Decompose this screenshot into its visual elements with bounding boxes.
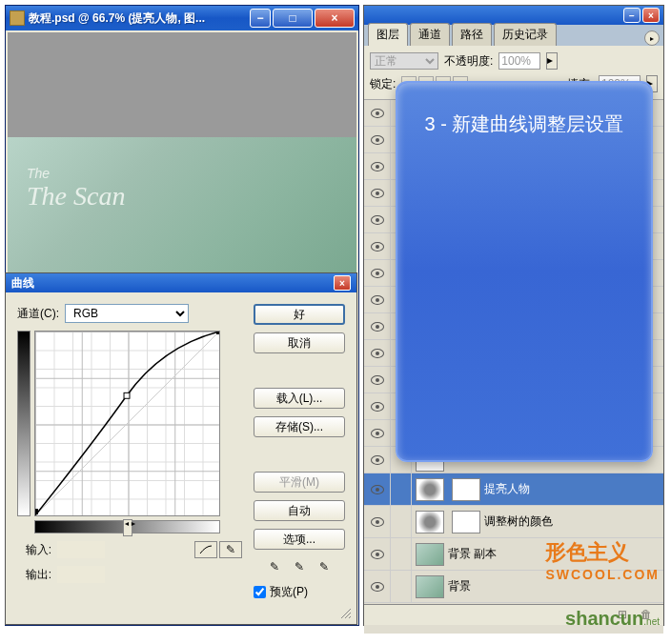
curves-titlebar[interactable]: 曲线 × [6,273,356,292]
annotation-overlay: 3 - 新建曲线调整层设置 [396,81,653,462]
input-gradient: ◄► [34,520,220,533]
eye-icon[interactable] [371,162,384,171]
preview-label: 预览(P) [270,584,308,600]
resize-grip-icon[interactable] [339,607,353,620]
annotation-text: 3 - 新建曲线调整层设置 [397,83,651,166]
eye-icon[interactable] [371,215,384,225]
close-button[interactable]: × [315,9,355,28]
eye-icon[interactable] [371,517,384,527]
panel-menu-icon[interactable]: ▸ [644,30,660,46]
eye-icon[interactable] [371,189,384,198]
load-button[interactable]: 载入(L)... [254,388,345,409]
opacity-label: 不透明度: [444,53,493,70]
gradient-handle[interactable]: ◄► [123,519,132,536]
eye-icon[interactable] [371,242,384,252]
options-button[interactable]: 选项... [254,529,345,550]
ok-button[interactable]: 好 [254,304,345,325]
layer-name[interactable]: 调整树的颜色 [484,513,663,530]
lock-label: 锁定: [370,76,396,92]
channel-label: 通道(C): [17,306,59,322]
eye-icon[interactable] [371,582,384,592]
svg-rect-2 [124,392,130,398]
eye-icon[interactable] [371,485,384,494]
eye-icon[interactable] [371,322,384,332]
curve-grid[interactable] [34,331,220,516]
eye-icon[interactable] [371,295,384,305]
curves-title: 曲线 [11,275,334,292]
svg-line-0 [35,332,219,515]
doc-canvas[interactable]: The The Scan [8,32,356,275]
watermark-shancun: shancun.net [565,608,660,630]
eye-icon[interactable] [371,349,384,358]
image-preview: The The Scan [8,137,356,275]
layer-mask-thumb[interactable] [452,478,480,501]
eye-icon[interactable] [371,269,384,278]
eye-icon[interactable] [371,455,384,465]
layer-thumb[interactable] [416,478,444,501]
doc-title: 教程.psd @ 66.7% (提亮人物, 图... [29,10,250,27]
opacity-value[interactable]: 100% [498,52,540,70]
tab-channels[interactable]: 通道 [410,23,450,46]
tab-layers[interactable]: 图层 [368,23,408,46]
eye-icon[interactable] [371,550,384,559]
gray-point-eyedropper-icon[interactable]: ✎ [290,557,309,576]
maximize-button[interactable]: □ [273,9,313,28]
panel-close-button[interactable]: × [642,8,660,23]
svg-rect-1 [35,509,38,514]
cancel-button[interactable]: 取消 [254,332,345,353]
output-value [57,566,105,583]
doc-titlebar[interactable]: 教程.psd @ 66.7% (提亮人物, 图... − □ × [6,6,358,30]
tab-paths[interactable]: 路径 [452,23,492,46]
layer-mask-thumb[interactable] [452,511,480,533]
output-gradient [17,331,30,516]
curves-dialog: 曲线 × 通道(C): RGB [5,272,357,625]
channel-select[interactable]: RGB [65,304,189,323]
black-point-eyedropper-icon[interactable]: ✎ [265,557,284,576]
eye-icon[interactable] [371,402,384,412]
preview-checkbox[interactable] [254,586,266,598]
panel-tabs: 图层 通道 路径 历史记录 ▸ [364,25,663,46]
layer-thumb[interactable] [416,575,444,598]
layer-row-selected[interactable]: 提亮人物 [364,473,663,506]
curve-mode-icon[interactable] [194,541,217,558]
watermark-swcool: 形色主义 SWCOOL.COM [545,538,660,582]
input-value [57,541,105,558]
layer-thumb[interactable] [416,543,444,566]
eye-icon[interactable] [371,375,384,385]
layer-row[interactable]: 调整树的颜色 [364,506,663,538]
app-icon [10,10,25,26]
minimize-button[interactable]: − [250,9,271,28]
blend-mode-select[interactable]: 正常 [370,52,438,70]
svg-rect-3 [216,332,219,334]
eye-icon[interactable] [371,135,384,145]
eye-icon[interactable] [371,429,384,438]
panel-minimize-button[interactable]: − [623,8,640,23]
tab-history[interactable]: 历史记录 [494,23,557,46]
auto-button[interactable]: 自动 [254,500,345,521]
save-button[interactable]: 存储(S)... [254,416,345,437]
white-point-eyedropper-icon[interactable]: ✎ [315,557,334,576]
panel-titlebar[interactable]: − × [364,6,663,25]
output-label: 输出: [17,567,51,583]
curves-close-button[interactable]: × [334,275,351,291]
opacity-slider-icon[interactable]: ▸ [546,52,558,70]
layer-thumb[interactable] [416,511,444,533]
pencil-mode-icon[interactable]: ✎ [219,541,242,558]
smooth-button: 平滑(M) [254,472,345,493]
eye-icon[interactable] [371,109,384,118]
input-label: 输入: [17,542,51,558]
layer-name[interactable]: 提亮人物 [484,481,663,497]
